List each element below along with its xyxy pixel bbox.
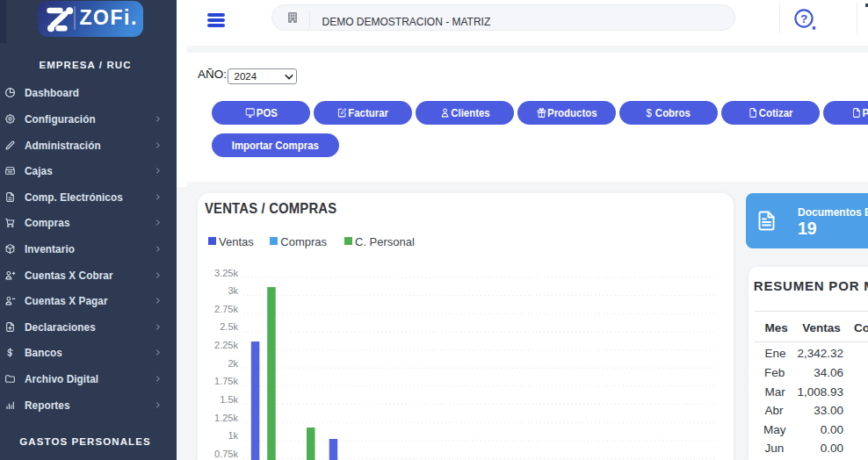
- svg-text:1.75k: 1.75k: [214, 376, 238, 386]
- svg-text:0.75k: 0.75k: [214, 449, 238, 459]
- svg-text:1.25k: 1.25k: [214, 413, 238, 423]
- svg-text:?: ?: [800, 12, 807, 25]
- svg-text:2k: 2k: [228, 358, 238, 369]
- svg-text:3.25k: 3.25k: [214, 268, 238, 278]
- svg-text:1.5k: 1.5k: [220, 394, 238, 405]
- svg-text:2.75k: 2.75k: [214, 304, 238, 314]
- svg-text:ZOFi.: ZOFi.: [80, 6, 138, 29]
- svg-text:2.25k: 2.25k: [214, 340, 238, 350]
- svg-text:1k: 1k: [228, 430, 238, 441]
- svg-text:2.5k: 2.5k: [220, 321, 238, 332]
- svg-text:3k: 3k: [228, 285, 238, 296]
